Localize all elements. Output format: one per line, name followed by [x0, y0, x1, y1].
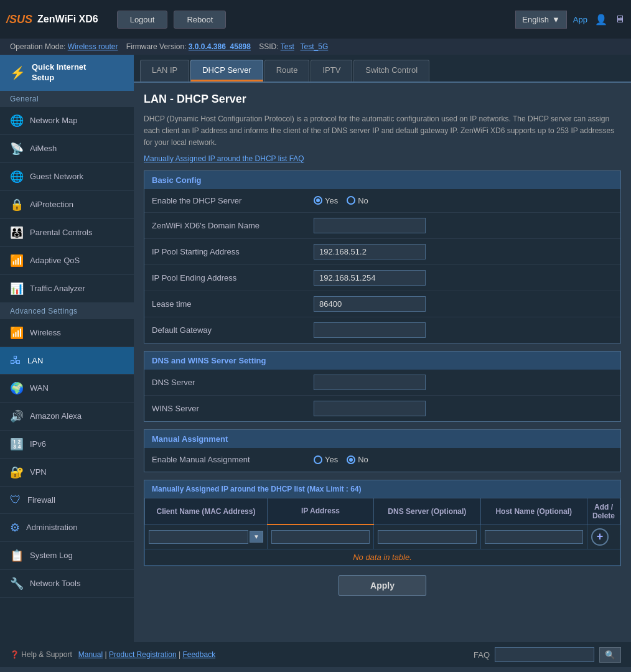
- sidebar: ⚡ Quick InternetSetup General 🌐 Network …: [0, 55, 134, 642]
- manual-assignment-title: Manual Assignment: [144, 430, 620, 448]
- reboot-button[interactable]: Reboot: [174, 11, 226, 29]
- dns-server-label: DNS Server: [152, 378, 314, 387]
- lease-time-input[interactable]: [314, 296, 426, 312]
- manual-radio-no-circle: [347, 455, 355, 464]
- sidebar-item-ipv6[interactable]: 🔢 IPv6: [0, 431, 134, 459]
- manual-link[interactable]: Manual: [78, 650, 103, 659]
- sidebar-label-aimesh: AiMesh: [30, 144, 57, 153]
- sidebar-item-adaptive-qos[interactable]: 📶 Adaptive QoS: [0, 247, 134, 275]
- faq-search-button[interactable]: 🔍: [599, 647, 621, 663]
- operation-mode-value[interactable]: Wireless router: [68, 42, 118, 51]
- default-gateway-label: Default Gateway: [152, 325, 314, 335]
- sidebar-item-vpn[interactable]: 🔐 VPN: [0, 459, 134, 487]
- add-entry-button[interactable]: +: [591, 528, 609, 546]
- default-gateway-input[interactable]: [314, 322, 426, 338]
- sidebar-item-lan[interactable]: 🖧 LAN: [0, 347, 134, 375]
- sidebar-label-guest-network: Guest Network: [30, 172, 83, 181]
- tab-iptv[interactable]: IPTV: [311, 60, 352, 82]
- default-gateway-row: Default Gateway: [144, 317, 620, 343]
- firewall-icon: 🛡: [10, 493, 21, 506]
- dns-optional-cell: [374, 525, 480, 549]
- monitor-icon[interactable]: 🖥: [615, 14, 625, 25]
- sidebar-item-wireless[interactable]: 📶 Wireless: [0, 319, 134, 347]
- language-selector[interactable]: English ▼: [515, 11, 567, 29]
- vpn-icon: 🔐: [10, 465, 24, 479]
- wireless-icon: 📶: [10, 326, 24, 340]
- pool-start-input[interactable]: [314, 244, 426, 259]
- app-label[interactable]: App: [573, 15, 587, 24]
- sidebar-item-wan[interactable]: 🌍 WAN: [0, 375, 134, 403]
- tab-route[interactable]: Route: [264, 60, 310, 82]
- sidebar-item-parental-controls[interactable]: 👨‍👩‍👧 Parental Controls: [0, 219, 134, 247]
- tab-dhcp-server[interactable]: DHCP Server: [190, 60, 263, 82]
- sidebar-label-traffic-analyzer: Traffic Analyzer: [30, 284, 85, 293]
- client-name-dropdown-btn[interactable]: ▼: [250, 531, 263, 543]
- enable-dhcp-yes[interactable]: Yes: [314, 196, 338, 205]
- enable-dhcp-no[interactable]: No: [347, 196, 368, 205]
- page-description: DHCP (Dynamic Host Configuration Protoco…: [144, 113, 621, 149]
- sidebar-label-network-map: Network Map: [30, 116, 78, 125]
- quick-internet-setup[interactable]: ⚡ Quick InternetSetup: [0, 55, 134, 91]
- dns-wins-title: DNS and WINS Server Setting: [144, 352, 620, 370]
- lan-icon: 🖧: [10, 354, 21, 367]
- page-title: LAN - DHCP Server: [144, 93, 621, 106]
- sidebar-item-aimesh[interactable]: 📡 AiMesh: [0, 135, 134, 163]
- ip-address-input[interactable]: [271, 530, 370, 544]
- feedback-link[interactable]: Feedback: [182, 650, 215, 659]
- apply-row: Apply: [144, 575, 621, 596]
- no-data-message: No data in table.: [145, 549, 620, 565]
- dhcp-table: Client Name (MAC Address) IP Address DNS…: [144, 498, 620, 566]
- sidebar-item-traffic-analyzer[interactable]: 📊 Traffic Analyzer: [0, 275, 134, 303]
- enable-manual-yes[interactable]: Yes: [314, 455, 338, 464]
- pool-end-input[interactable]: [314, 270, 426, 286]
- domain-name-label: ZenWiFi XD6's Domain Name: [152, 221, 314, 230]
- general-section-header: General: [0, 91, 134, 107]
- dns-wins-section: DNS and WINS Server Setting DNS Server W…: [144, 351, 621, 422]
- host-name-input[interactable]: [485, 530, 583, 544]
- ssid-label: SSID:: [259, 42, 278, 51]
- sidebar-item-administration[interactable]: ⚙ Administration: [0, 514, 134, 542]
- manual-assignment-section: Manual Assignment Enable Manual Assignme…: [144, 429, 621, 472]
- sidebar-label-wan: WAN: [30, 383, 49, 393]
- enable-dhcp-label: Enable the DHCP Server: [152, 196, 314, 205]
- ssid-5g-value[interactable]: Test_5G: [301, 42, 329, 51]
- sidebar-item-guest-network[interactable]: 🌐 Guest Network: [0, 163, 134, 191]
- tab-lan-ip[interactable]: LAN IP: [140, 60, 189, 82]
- firmware-value[interactable]: 3.0.0.4.386_45898: [189, 42, 251, 51]
- wins-server-value: [314, 401, 613, 416]
- sidebar-item-system-log[interactable]: 📋 System Log: [0, 542, 134, 570]
- sidebar-item-aiprotection[interactable]: 🔒 AiProtection: [0, 191, 134, 219]
- dns-server-input[interactable]: [314, 375, 426, 390]
- sidebar-item-network-tools[interactable]: 🔧 Network Tools: [0, 570, 134, 598]
- domain-name-input[interactable]: [314, 218, 426, 233]
- dhcp-input-row: ▼: [145, 525, 620, 549]
- client-name-input[interactable]: [149, 530, 248, 544]
- user-icon[interactable]: 👤: [595, 14, 607, 26]
- col-dns-server: DNS Server (Optional): [374, 498, 480, 525]
- enable-manual-no[interactable]: No: [347, 455, 368, 464]
- faq-link[interactable]: Manually Assigned IP around the DHCP lis…: [144, 154, 621, 163]
- product-registration-link[interactable]: Product Registration: [109, 650, 177, 659]
- wins-server-input[interactable]: [314, 401, 426, 416]
- firmware-label: Firmware Version:: [126, 42, 187, 51]
- network-map-icon: 🌐: [10, 114, 24, 128]
- ssid-value[interactable]: Test: [281, 42, 294, 51]
- logout-button[interactable]: Logout: [117, 11, 168, 29]
- enable-dhcp-row: Enable the DHCP Server Yes No: [144, 189, 620, 213]
- dns-optional-input[interactable]: [378, 530, 476, 544]
- enable-manual-value: Yes No: [314, 455, 613, 464]
- sidebar-item-firewall[interactable]: 🛡 Firewall: [0, 487, 134, 514]
- system-log-icon: 📋: [10, 549, 24, 562]
- faq-search-input[interactable]: [495, 647, 594, 662]
- basic-config-title: Basic Config: [144, 171, 620, 189]
- ip-address-cell: [267, 525, 373, 549]
- dns-server-row: DNS Server: [144, 370, 620, 396]
- tab-switch-control[interactable]: Switch Control: [353, 60, 429, 82]
- apply-button[interactable]: Apply: [339, 575, 426, 596]
- product-name: ZenWiFi XD6: [37, 14, 98, 25]
- wins-server-row: WINS Server: [144, 396, 620, 421]
- lease-time-value: [314, 296, 613, 312]
- page-content: LAN - DHCP Server DHCP (Dynamic Host Con…: [134, 83, 631, 606]
- sidebar-item-network-map[interactable]: 🌐 Network Map: [0, 107, 134, 135]
- sidebar-item-amazon-alexa[interactable]: 🔊 Amazon Alexa: [0, 403, 134, 431]
